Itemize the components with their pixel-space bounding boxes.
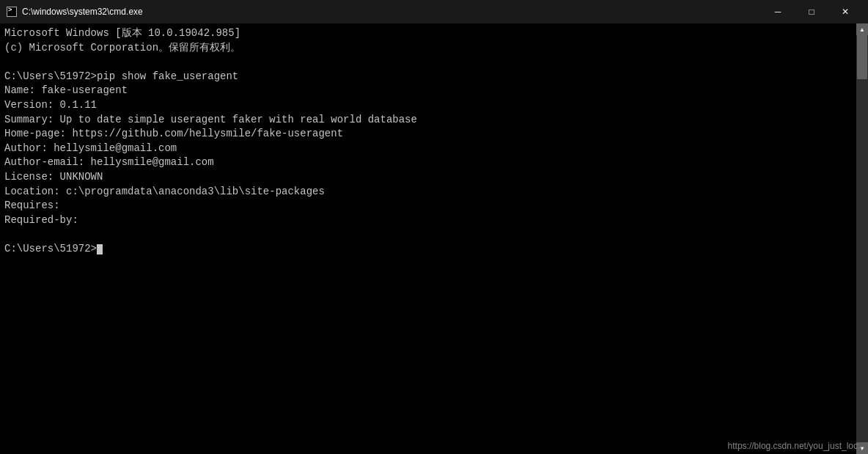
terminal-output[interactable]: Microsoft Windows [版本 10.0.19042.985] (c… bbox=[0, 23, 856, 454]
scrollbar-track[interactable] bbox=[856, 35, 868, 442]
watermark: https://blog.csdn.net/you_just_loc... bbox=[728, 441, 865, 451]
close-button[interactable]: ✕ bbox=[828, 0, 862, 23]
cmd-icon bbox=[6, 6, 18, 18]
maximize-button[interactable]: □ bbox=[795, 0, 828, 23]
window-controls: ─ □ ✕ bbox=[761, 0, 862, 23]
window-title: C:\windows\system32\cmd.exe bbox=[22, 7, 143, 17]
minimize-button[interactable]: ─ bbox=[761, 0, 795, 23]
scrollbar[interactable]: ▲ ▼ bbox=[856, 23, 868, 454]
cursor bbox=[97, 244, 103, 255]
content-area: Microsoft Windows [版本 10.0.19042.985] (c… bbox=[0, 23, 868, 454]
scrollbar-thumb[interactable] bbox=[857, 35, 867, 79]
cmd-window: C:\windows\system32\cmd.exe ─ □ ✕ Micros… bbox=[0, 0, 868, 454]
title-bar: C:\windows\system32\cmd.exe ─ □ ✕ bbox=[0, 0, 868, 23]
scroll-up-arrow[interactable]: ▲ bbox=[856, 23, 868, 35]
title-bar-left: C:\windows\system32\cmd.exe bbox=[6, 6, 143, 18]
